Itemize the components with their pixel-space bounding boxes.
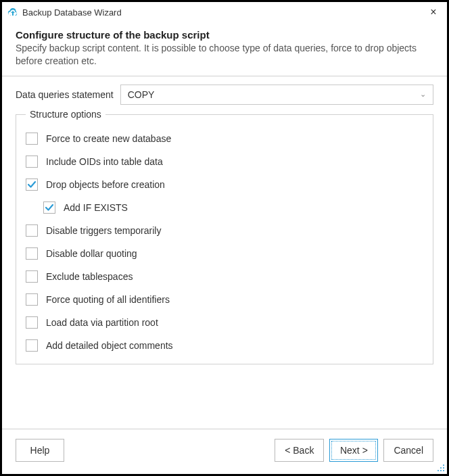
svg-point-3 — [438, 470, 439, 471]
footer: Help < Back Next > Cancel — [2, 429, 447, 474]
structure-option[interactable]: Exclude tablespaces — [26, 265, 423, 288]
checkbox-icon[interactable] — [26, 316, 38, 329]
structure-option-label: Force quoting of all identifiers — [46, 294, 170, 305]
structure-option-label: Disable dollar quoting — [46, 248, 137, 259]
data-queries-select[interactable]: COPY ⌄ — [120, 85, 433, 105]
structure-option-label: Add detailed object comments — [46, 340, 173, 351]
resize-grip-icon[interactable] — [435, 462, 445, 472]
structure-option-label: Drop objects before creation — [46, 179, 165, 190]
svg-point-2 — [443, 467, 444, 469]
checkbox-icon[interactable] — [43, 201, 55, 214]
structure-option[interactable]: Load data via partition root — [26, 311, 423, 334]
help-button[interactable]: Help — [16, 439, 64, 462]
structure-option[interactable]: Add detailed object comments — [26, 334, 423, 357]
checkbox-icon[interactable] — [26, 224, 38, 237]
svg-point-0 — [443, 465, 444, 466]
header: Configure structure of the backup script… — [2, 22, 447, 76]
structure-option[interactable]: Disable dollar quoting — [26, 242, 423, 265]
structure-options-fieldset: Structure options Force to create new da… — [16, 114, 433, 364]
svg-point-5 — [443, 470, 444, 471]
data-queries-row: Data queries statement COPY ⌄ — [16, 85, 433, 105]
structure-option[interactable]: Force to create new database — [26, 127, 423, 150]
window-title: Backup Database Wizard — [22, 7, 425, 18]
wizard-window: Backup Database Wizard × Configure struc… — [0, 0, 449, 476]
svg-point-4 — [440, 470, 442, 471]
structure-options-legend: Structure options — [26, 109, 105, 120]
structure-option-label: Exclude tablespaces — [46, 271, 133, 282]
checkbox-icon[interactable] — [26, 133, 38, 145]
page-title: Configure structure of the backup script — [16, 29, 433, 41]
data-queries-value: COPY — [128, 89, 420, 100]
titlebar: Backup Database Wizard × — [2, 2, 447, 22]
structure-option[interactable]: Include OIDs into table data — [26, 150, 423, 173]
structure-option[interactable]: Drop objects before creation — [26, 173, 423, 196]
structure-option[interactable]: Disable triggers temporarily — [26, 219, 423, 242]
data-queries-label: Data queries statement — [16, 89, 114, 100]
checkbox-icon[interactable] — [26, 247, 38, 260]
structure-option-label: Add IF EXISTS — [64, 202, 128, 213]
back-button[interactable]: < Back — [275, 439, 324, 462]
content: Data queries statement COPY ⌄ Structure … — [2, 76, 447, 422]
checkbox-icon[interactable] — [26, 156, 38, 168]
structure-option-label: Include OIDs into table data — [46, 156, 163, 167]
checkbox-icon[interactable] — [26, 178, 38, 191]
close-icon[interactable]: × — [425, 6, 442, 18]
checkbox-icon[interactable] — [26, 293, 38, 306]
checkbox-icon[interactable] — [26, 270, 38, 283]
svg-point-1 — [440, 467, 442, 469]
cloud-upload-icon — [7, 7, 18, 18]
structure-option[interactable]: Force quoting of all identifiers — [26, 288, 423, 311]
page-subtitle: Specify backup script content. It is pos… — [16, 42, 433, 68]
structure-option-label: Load data via partition root — [46, 317, 158, 328]
chevron-down-icon: ⌄ — [420, 90, 426, 99]
structure-option-label: Disable triggers temporarily — [46, 225, 161, 236]
checkbox-icon[interactable] — [26, 339, 38, 352]
next-button[interactable]: Next > — [329, 439, 378, 462]
cancel-button[interactable]: Cancel — [383, 439, 433, 462]
structure-option[interactable]: Add IF EXISTS — [26, 196, 423, 219]
structure-option-label: Force to create new database — [46, 133, 171, 144]
